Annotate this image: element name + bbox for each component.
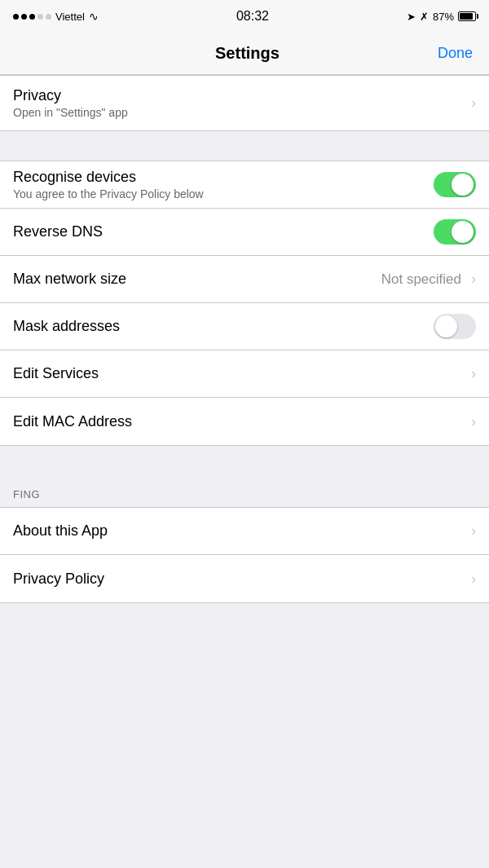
fing-header-label: FING: [13, 488, 40, 500]
privacy-row-content: Privacy Open in "Settings" app: [13, 76, 471, 130]
section-spacer-1: [0, 131, 489, 161]
reverse-dns-toggle[interactable]: [434, 219, 476, 245]
wifi-icon: ∿: [89, 10, 99, 23]
recognise-devices-right: [434, 172, 476, 197]
max-network-size-chevron-icon: ›: [471, 271, 476, 288]
dot1: [13, 14, 19, 20]
status-left: Viettel ∿: [13, 10, 99, 23]
max-network-size-value: Not specified: [381, 271, 461, 288]
max-network-size-row[interactable]: Max network size Not specified ›: [0, 256, 489, 303]
about-app-chevron-icon: ›: [471, 522, 476, 540]
status-bar: Viettel ∿ 08:32 ➤ ✗ 87%: [0, 0, 489, 33]
dot4: [37, 14, 43, 20]
privacy-row[interactable]: Privacy Open in "Settings" app ›: [0, 76, 489, 130]
about-app-right: ›: [471, 522, 476, 540]
edit-services-title: Edit Services: [13, 365, 471, 382]
done-button[interactable]: Done: [438, 45, 473, 62]
privacy-section: Privacy Open in "Settings" app ›: [0, 75, 489, 131]
privacy-subtitle: Open in "Settings" app: [13, 106, 471, 119]
mask-addresses-toggle-knob: [435, 315, 457, 337]
carrier-label: Viettel: [55, 11, 85, 23]
recognise-devices-subtitle: You agree to the Privacy Policy below: [13, 187, 434, 200]
recognise-devices-row[interactable]: Recognise devices You agree to the Priva…: [0, 161, 489, 209]
privacy-chevron-icon: ›: [471, 95, 476, 112]
privacy-policy-row[interactable]: Privacy Policy ›: [0, 555, 489, 602]
privacy-policy-right: ›: [471, 571, 476, 588]
privacy-policy-content: Privacy Policy: [13, 571, 471, 588]
edit-mac-address-content: Edit MAC Address: [13, 413, 471, 430]
reverse-dns-toggle-knob: [452, 221, 474, 243]
max-network-size-right: Not specified ›: [381, 271, 476, 288]
about-app-content: About this App: [13, 522, 471, 540]
edit-services-content: Edit Services: [13, 365, 471, 382]
status-time: 08:32: [236, 9, 269, 24]
battery-percent: 87%: [433, 11, 454, 23]
edit-mac-address-right: ›: [471, 413, 476, 430]
privacy-policy-chevron-icon: ›: [471, 571, 476, 588]
edit-mac-address-row[interactable]: Edit MAC Address ›: [0, 398, 489, 445]
edit-services-right: ›: [471, 365, 476, 382]
max-network-size-title: Max network size: [13, 271, 381, 288]
mask-addresses-content: Mask addresses: [13, 318, 434, 335]
edit-mac-address-chevron-icon: ›: [471, 413, 476, 430]
mask-addresses-toggle[interactable]: [434, 314, 476, 339]
privacy-policy-title: Privacy Policy: [13, 571, 471, 588]
mask-addresses-right: [434, 314, 476, 339]
page-title: Settings: [215, 44, 280, 63]
dot3: [29, 14, 35, 20]
bottom-space: [0, 603, 489, 636]
reverse-dns-row[interactable]: Reverse DNS: [0, 209, 489, 256]
privacy-row-right: ›: [471, 95, 476, 112]
reverse-dns-content: Reverse DNS: [13, 223, 434, 240]
fing-section-header: FING: [0, 475, 489, 507]
section-spacer-2: [0, 446, 489, 475]
dot2: [21, 14, 27, 20]
bluetooth-icon: ✗: [420, 11, 429, 23]
reverse-dns-right: [434, 219, 476, 245]
status-right: ➤ ✗ 87%: [407, 11, 476, 23]
recognise-devices-title: Recognise devices: [13, 169, 434, 186]
reverse-dns-title: Reverse DNS: [13, 223, 434, 240]
location-icon: ➤: [407, 11, 416, 23]
about-app-row[interactable]: About this App ›: [0, 508, 489, 555]
dot5: [46, 14, 51, 20]
edit-mac-address-title: Edit MAC Address: [13, 413, 471, 430]
edit-services-row[interactable]: Edit Services ›: [0, 350, 489, 398]
recognise-devices-content: Recognise devices You agree to the Priva…: [13, 169, 434, 200]
max-network-size-content: Max network size: [13, 271, 381, 288]
network-section: Recognise devices You agree to the Priva…: [0, 161, 489, 446]
edit-services-chevron-icon: ›: [471, 365, 476, 382]
battery-icon: [458, 11, 476, 21]
mask-addresses-row[interactable]: Mask addresses: [0, 303, 489, 350]
recognise-devices-toggle-knob: [452, 174, 474, 196]
nav-bar: Settings Done: [0, 33, 489, 75]
privacy-title: Privacy: [13, 87, 471, 104]
fing-section: About this App › Privacy Policy ›: [0, 507, 489, 603]
recognise-devices-toggle[interactable]: [434, 172, 476, 197]
mask-addresses-title: Mask addresses: [13, 318, 434, 335]
about-app-title: About this App: [13, 522, 471, 540]
signal-icon: [13, 14, 51, 20]
